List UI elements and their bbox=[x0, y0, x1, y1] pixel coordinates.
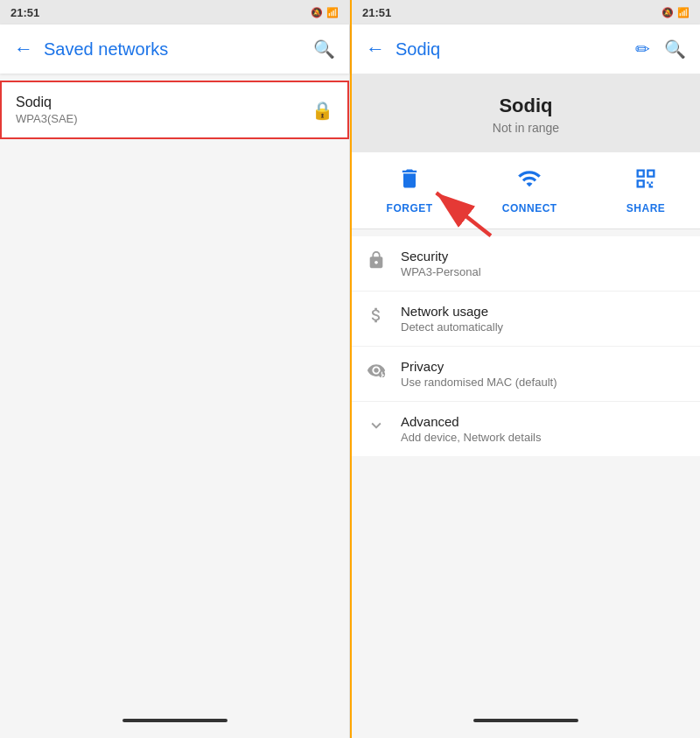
advanced-text: Advanced Add device, Network details bbox=[401, 414, 541, 444]
advanced-subtitle: Add device, Network details bbox=[401, 431, 541, 444]
forget-label: FORGET bbox=[387, 202, 433, 214]
security-subtitle: WPA3-Personal bbox=[401, 265, 481, 278]
page-title-right: Sodiq bbox=[396, 39, 628, 60]
action-area: FORGET CONNECT SHARE bbox=[352, 152, 700, 229]
app-bar-left: ← Saved networks 🔍 bbox=[0, 25, 349, 74]
search-button-right[interactable]: 🔍 bbox=[657, 32, 693, 67]
lock-icon: 🔒 bbox=[312, 100, 333, 121]
security-detail: Security WPA3-Personal bbox=[352, 236, 700, 292]
network-usage-title: Network usage bbox=[401, 304, 503, 319]
security-icon bbox=[366, 250, 387, 274]
nav-indicator-right bbox=[352, 703, 700, 738]
saved-network-item[interactable]: Sodiq WPA3(SAE) 🔒 bbox=[0, 81, 349, 139]
action-buttons: FORGET CONNECT SHARE bbox=[352, 152, 700, 229]
app-bar-right: ← Sodiq ✏ 🔍 bbox=[352, 25, 700, 74]
time-left: 21:51 bbox=[10, 6, 39, 19]
status-icons-right: 🔕 📶 bbox=[662, 7, 690, 18]
privacy-text: Privacy Use randomised MAC (default) bbox=[401, 359, 556, 389]
details-section: Security WPA3-Personal Network usage Det… bbox=[352, 236, 700, 456]
search-button-left[interactable]: 🔍 bbox=[306, 32, 342, 67]
page-title-left: Saved networks bbox=[44, 39, 306, 60]
privacy-icon bbox=[366, 361, 387, 384]
network-usage-subtitle: Detect automatically bbox=[401, 320, 503, 334]
forget-button[interactable]: FORGET bbox=[387, 166, 433, 214]
back-button-right[interactable]: ← bbox=[359, 31, 392, 67]
signal-icon-right: 📶 bbox=[677, 7, 690, 18]
security-title: Security bbox=[401, 249, 481, 264]
network-status: Not in range bbox=[366, 121, 686, 135]
privacy-detail: Privacy Use randomised MAC (default) bbox=[352, 347, 700, 402]
network-security: WPA3(SAE) bbox=[16, 112, 78, 125]
home-bar-left bbox=[122, 719, 228, 722]
dollar-icon bbox=[366, 306, 387, 329]
home-bar-right bbox=[473, 719, 578, 722]
privacy-title: Privacy bbox=[401, 359, 556, 374]
left-content-area bbox=[0, 139, 349, 703]
network-name: Sodiq bbox=[16, 95, 78, 110]
time-right: 21:51 bbox=[362, 6, 391, 19]
chevron-down-icon bbox=[366, 416, 387, 439]
share-label: SHARE bbox=[626, 202, 666, 214]
wifi-icon bbox=[517, 166, 542, 197]
status-bar-left: 21:51 🔕 📶 bbox=[0, 0, 349, 25]
status-icons-left: 🔕 📶 bbox=[311, 7, 339, 18]
connect-button[interactable]: CONNECT bbox=[502, 166, 557, 214]
back-button-left[interactable]: ← bbox=[7, 31, 40, 67]
right-panel: 21:51 🔕 📶 ← Sodiq ✏ 🔍 Sodiq Not in range bbox=[350, 0, 700, 738]
bell-mute-icon-right: 🔕 bbox=[662, 7, 674, 18]
network-display-name: Sodiq bbox=[366, 95, 686, 117]
bell-mute-icon: 🔕 bbox=[311, 7, 323, 18]
status-bar-right: 21:51 🔕 📶 bbox=[352, 0, 700, 25]
privacy-subtitle: Use randomised MAC (default) bbox=[401, 376, 556, 389]
network-info: Sodiq WPA3(SAE) bbox=[16, 95, 78, 125]
network-header: Sodiq Not in range bbox=[352, 74, 700, 152]
right-content-area bbox=[352, 456, 700, 703]
signal-icon: 📶 bbox=[326, 7, 339, 18]
edit-button[interactable]: ✏ bbox=[628, 32, 657, 67]
network-usage-detail: Network usage Detect automatically bbox=[352, 292, 700, 347]
left-panel: 21:51 🔕 📶 ← Saved networks 🔍 Sodiq WPA3(… bbox=[0, 0, 350, 738]
security-text: Security WPA3-Personal bbox=[401, 249, 481, 278]
network-usage-text: Network usage Detect automatically bbox=[401, 304, 503, 334]
connect-label: CONNECT bbox=[502, 202, 557, 214]
share-button[interactable]: SHARE bbox=[626, 166, 666, 214]
advanced-title: Advanced bbox=[401, 414, 541, 429]
delete-icon bbox=[397, 166, 422, 197]
qr-icon bbox=[634, 166, 658, 197]
advanced-detail[interactable]: Advanced Add device, Network details bbox=[352, 402, 700, 456]
nav-indicator-left bbox=[0, 703, 349, 738]
